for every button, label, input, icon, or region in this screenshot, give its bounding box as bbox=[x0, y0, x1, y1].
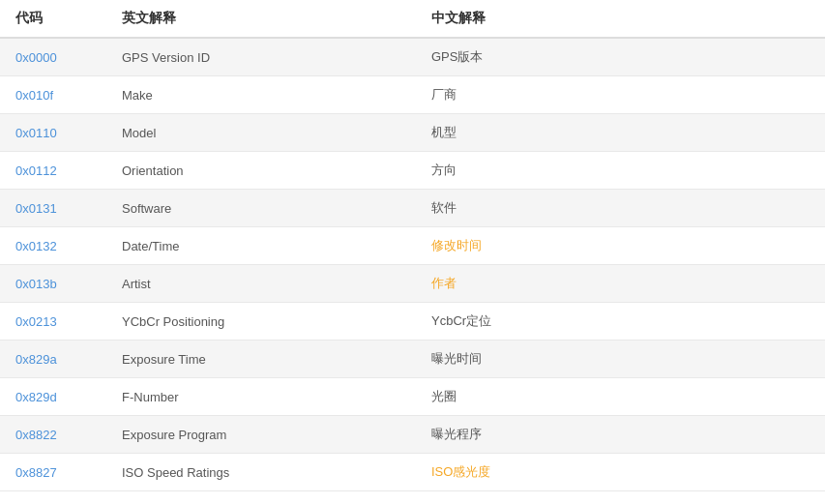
chinese-cell[interactable]: ISO感光度 bbox=[416, 454, 825, 491]
table-row: 0x829aExposure Time曝光时间 bbox=[0, 341, 825, 378]
code-cell[interactable]: 0x0213 bbox=[0, 303, 106, 341]
code-cell[interactable]: 0x829a bbox=[0, 341, 106, 378]
english-cell: GPS Version ID bbox=[106, 38, 416, 76]
chinese-cell: 方向 bbox=[416, 152, 825, 190]
table-row: 0x8822Exposure Program曝光程序 bbox=[0, 416, 825, 454]
english-cell: Exposure Time bbox=[106, 341, 416, 378]
chinese-cell: YcbCr定位 bbox=[416, 303, 825, 341]
code-cell[interactable]: 0x8827 bbox=[0, 454, 106, 491]
code-cell[interactable]: 0x0000 bbox=[0, 38, 106, 76]
code-cell[interactable]: 0x0131 bbox=[0, 190, 106, 227]
code-cell[interactable]: 0x0112 bbox=[0, 152, 106, 190]
english-cell: YCbCr Positioning bbox=[106, 303, 416, 341]
code-cell[interactable]: 0x0132 bbox=[0, 227, 106, 265]
english-cell: Model bbox=[106, 114, 416, 152]
chinese-cell: 曝光程序 bbox=[416, 416, 825, 454]
chinese-cell[interactable]: 作者 bbox=[416, 265, 825, 303]
chinese-cell: 光圈 bbox=[416, 378, 825, 416]
chinese-cell: 厂商 bbox=[416, 76, 825, 114]
code-cell[interactable]: 0x829d bbox=[0, 378, 106, 416]
table-row: 0x013bArtist作者 bbox=[0, 265, 825, 303]
english-cell: Exposure Program bbox=[106, 416, 416, 454]
english-cell: Orientation bbox=[106, 152, 416, 190]
code-cell[interactable]: 0x013b bbox=[0, 265, 106, 303]
table-row: 0x0000GPS Version IDGPS版本 bbox=[0, 38, 825, 76]
english-cell: Make bbox=[106, 76, 416, 114]
table-row: 0x829dF-Number光圈 bbox=[0, 378, 825, 416]
english-cell: Software bbox=[106, 190, 416, 227]
english-cell: Artist bbox=[106, 265, 416, 303]
code-cell[interactable]: 0x010f bbox=[0, 76, 106, 114]
table-header-row: 代码 英文解释 中文解释 bbox=[0, 0, 825, 38]
chinese-cell: 机型 bbox=[416, 114, 825, 152]
english-cell: Date/Time bbox=[106, 227, 416, 265]
code-cell[interactable]: 0x8822 bbox=[0, 416, 106, 454]
table-row: 0x0213YCbCr PositioningYcbCr定位 bbox=[0, 303, 825, 341]
data-table: 代码 英文解释 中文解释 0x0000GPS Version IDGPS版本0x… bbox=[0, 0, 825, 491]
chinese-cell: 软件 bbox=[416, 190, 825, 227]
english-cell: F-Number bbox=[106, 378, 416, 416]
table-row: 0x0112Orientation方向 bbox=[0, 152, 825, 190]
header-english: 英文解释 bbox=[106, 0, 416, 38]
table-row: 0x010fMake厂商 bbox=[0, 76, 825, 114]
chinese-cell[interactable]: 修改时间 bbox=[416, 227, 825, 265]
chinese-cell: 曝光时间 bbox=[416, 341, 825, 378]
header-code: 代码 bbox=[0, 0, 106, 38]
code-cell[interactable]: 0x0110 bbox=[0, 114, 106, 152]
table-row: 0x0132Date/Time修改时间 bbox=[0, 227, 825, 265]
table-row: 0x0110Model机型 bbox=[0, 114, 825, 152]
chinese-cell: GPS版本 bbox=[416, 38, 825, 76]
header-chinese: 中文解释 bbox=[416, 0, 825, 38]
english-cell: ISO Speed Ratings bbox=[106, 454, 416, 491]
table-row: 0x8827ISO Speed RatingsISO感光度 bbox=[0, 454, 825, 491]
table-row: 0x0131Software软件 bbox=[0, 190, 825, 227]
